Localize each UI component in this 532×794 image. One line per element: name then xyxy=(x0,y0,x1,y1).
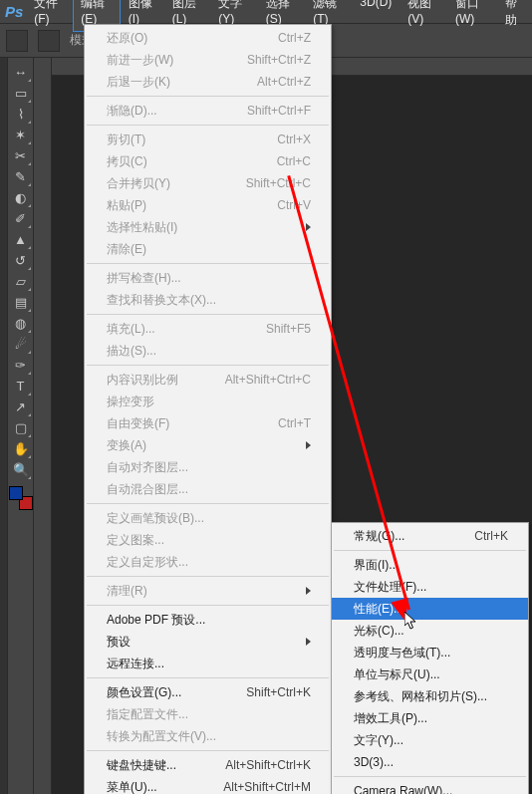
prefs-menu-item-label: 透明度与色域(T)... xyxy=(354,645,450,662)
tool-crop[interactable]: ✂ xyxy=(10,145,32,166)
edit-menu-item-label: 定义画笔预设(B)... xyxy=(107,510,204,527)
edit-menu-item-13: 拼写检查(H)... xyxy=(85,267,331,289)
tool-healing[interactable]: ◐ xyxy=(10,187,32,208)
brush-preset-icon[interactable] xyxy=(38,30,60,52)
prefs-menu-item-label: 常规(G)... xyxy=(354,528,404,545)
edit-menu-separator-39 xyxy=(87,750,329,751)
prefs-menu-item-7[interactable]: 单位与标尺(U)... xyxy=(332,663,528,685)
app-logo: Ps xyxy=(2,1,26,23)
tool-lasso[interactable]: ⌇ xyxy=(10,104,32,125)
prefs-menu-item-5[interactable]: 光标(C)... xyxy=(332,620,528,642)
fg-color-swatch[interactable] xyxy=(9,486,23,500)
edit-menu-separator-31 xyxy=(87,605,329,606)
edit-menu-item-30: 清理(R) xyxy=(85,580,331,602)
edit-menu-item-label: 远程连接... xyxy=(107,656,164,672)
edit-menu-item-1: 前进一步(W)Shift+Ctrl+Z xyxy=(85,49,331,71)
preferences-submenu: 常规(G)...Ctrl+K界面(I)...文件处理(F)...性能(E)...… xyxy=(331,522,529,794)
edit-menu-item-shortcut: Ctrl+X xyxy=(277,132,311,146)
edit-menu-item-label: 指定配置文件... xyxy=(107,706,188,723)
prefs-menu-item-13[interactable]: Camera Raw(W)... xyxy=(332,780,528,794)
prefs-menu-item-6[interactable]: 透明度与色域(T)... xyxy=(332,642,528,663)
edit-menu-item-label: 查找和替换文本(X)... xyxy=(107,292,216,309)
prefs-menu-item-11[interactable]: 3D(3)... xyxy=(332,751,528,773)
prefs-menu-item-9[interactable]: 增效工具(P)... xyxy=(332,707,528,729)
prefs-menu-item-2[interactable]: 界面(I)... xyxy=(332,554,528,576)
edit-menu-separator-25 xyxy=(87,503,329,504)
prefs-menu-item-4[interactable]: 性能(E)... xyxy=(332,598,528,620)
color-swatches[interactable] xyxy=(9,486,33,510)
prefs-menu-item-0[interactable]: 常规(G)...Ctrl+K xyxy=(332,525,528,547)
edit-menu-item-41[interactable]: 菜单(U)...Alt+Shift+Ctrl+M xyxy=(85,776,331,794)
edit-menu-separator-18 xyxy=(87,365,329,366)
edit-menu-item-shortcut: Shift+Ctrl+K xyxy=(246,685,311,699)
tool-type[interactable]: T xyxy=(10,376,32,397)
edit-menu-item-21: 自由变换(F)Ctrl+T xyxy=(85,412,331,434)
tool-hand[interactable]: ✋ xyxy=(10,438,32,459)
edit-menu-item-6: 剪切(T)Ctrl+X xyxy=(85,129,331,150)
prefs-menu-item-label: 参考线、网格和切片(S)... xyxy=(354,688,487,705)
edit-menu-item-14: 查找和替换文本(X)... xyxy=(85,289,331,311)
edit-menu-item-34[interactable]: 远程连接... xyxy=(85,653,331,674)
edit-menu-item-38: 转换为配置文件(V)... xyxy=(85,725,331,747)
tool-quick-select[interactable]: ✶ xyxy=(10,125,32,145)
edit-menu-item-shortcut: Shift+Ctrl+Z xyxy=(247,53,311,67)
tool-marquee[interactable]: ▭ xyxy=(10,83,32,104)
edit-menu-item-label: 还原(O) xyxy=(107,30,147,47)
prefs-menu-item-label: 界面(I)... xyxy=(354,557,399,574)
menubar-item-0[interactable]: 文件(F) xyxy=(26,0,73,32)
chevron-right-icon xyxy=(306,223,311,231)
prefs-menu-separator-12 xyxy=(334,776,526,777)
edit-menu-item-label: 后退一步(K) xyxy=(107,74,170,91)
edit-menu-item-26: 定义画笔预设(B)... xyxy=(85,507,331,529)
edit-menu-item-label: 自动混合图层... xyxy=(107,481,188,498)
tool-gradient[interactable]: ▤ xyxy=(10,292,32,313)
tool-brush[interactable]: ✐ xyxy=(10,208,32,229)
edit-menu-item-8: 合并拷贝(Y)Shift+Ctrl+C xyxy=(85,172,331,194)
tool-move[interactable]: ↔ xyxy=(10,62,32,83)
tool-eraser[interactable]: ▱ xyxy=(10,271,32,292)
edit-menu-item-40[interactable]: 键盘快捷键...Alt+Shift+Ctrl+K xyxy=(85,754,331,776)
prefs-menu-item-3[interactable]: 文件处理(F)... xyxy=(332,576,528,598)
edit-menu-item-label: 剪切(T) xyxy=(107,132,145,148)
tool-eyedropper[interactable]: ✎ xyxy=(10,166,32,187)
edit-menu-item-shortcut: Shift+Ctrl+C xyxy=(246,176,311,190)
edit-menu-item-label: 拷贝(C) xyxy=(107,153,147,170)
tool-zoom[interactable]: 🔍 xyxy=(10,459,32,480)
edit-menu-item-label: 预设 xyxy=(107,634,131,651)
tool-dodge[interactable]: ☄ xyxy=(10,334,32,355)
edit-menu-item-9: 粘贴(P)Ctrl+V xyxy=(85,194,331,216)
edit-menu-item-24: 自动混合图层... xyxy=(85,478,331,500)
menubar-item-9[interactable]: 窗口(W) xyxy=(447,0,497,32)
tool-history-brush[interactable]: ↺ xyxy=(10,250,32,271)
edit-menu-separator-5 xyxy=(87,125,329,126)
edit-menu-item-label: 变换(A) xyxy=(107,437,146,454)
edit-menu-item-11: 清除(E) xyxy=(85,238,331,260)
edit-menu-item-33[interactable]: 预设 xyxy=(85,631,331,653)
edit-menu-item-label: 清理(R) xyxy=(107,583,147,600)
prefs-menu-item-shortcut: Ctrl+K xyxy=(474,529,508,543)
tool-path-select[interactable]: ↗ xyxy=(10,397,32,417)
edit-menu-separator-15 xyxy=(87,314,329,315)
edit-menu-item-10: 选择性粘贴(I) xyxy=(85,216,331,238)
prefs-menu-item-10[interactable]: 文字(Y)... xyxy=(332,729,528,751)
tool-pen[interactable]: ✑ xyxy=(10,355,32,376)
edit-menu-item-16: 填充(L)...Shift+F5 xyxy=(85,318,331,340)
tool-preset-icon[interactable] xyxy=(6,30,28,52)
prefs-menu-item-label: 3D(3)... xyxy=(354,755,394,769)
menubar-item-10[interactable]: 帮助 xyxy=(497,0,532,32)
prefs-menu-item-8[interactable]: 参考线、网格和切片(S)... xyxy=(332,685,528,707)
edit-menu-item-36[interactable]: 颜色设置(G)...Shift+Ctrl+K xyxy=(85,681,331,703)
tool-stamp[interactable]: ▲ xyxy=(10,229,32,250)
prefs-menu-item-label: 光标(C)... xyxy=(354,623,404,640)
edit-menu-item-label: 拼写检查(H)... xyxy=(107,270,181,287)
edit-menu-item-label: 合并拷贝(Y) xyxy=(107,175,170,192)
edit-menu-item-label: 内容识别比例 xyxy=(107,372,178,389)
edit-menu-item-32[interactable]: Adobe PDF 预设... xyxy=(85,609,331,631)
menubar-item-7[interactable]: 3D(D) xyxy=(352,0,399,32)
chevron-right-icon xyxy=(306,441,311,449)
edit-menu-separator-35 xyxy=(87,677,329,678)
tool-rectangle[interactable]: ▢ xyxy=(10,417,32,438)
menubar-item-8[interactable]: 视图(V) xyxy=(399,0,447,32)
tool-blur[interactable]: ◍ xyxy=(10,313,32,334)
edit-menu-item-shortcut: Shift+F5 xyxy=(266,322,311,336)
